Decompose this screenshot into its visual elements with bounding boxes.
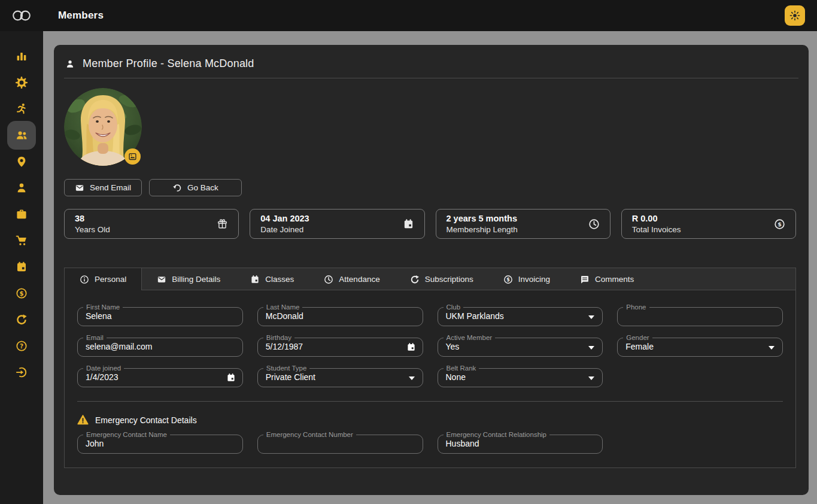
sidebar [0,31,43,504]
sidebar-item-signout[interactable] [7,359,36,385]
sidebar-item-profile[interactable] [7,175,36,201]
stat-value: 04 Jan 2023 [260,213,309,224]
gender-select[interactable]: Gender Female [617,338,783,357]
info-icon [80,275,89,284]
sidebar-item-business[interactable] [7,201,36,227]
sidebar-item-members[interactable] [7,121,36,150]
topbar: Members [0,0,817,31]
stat-membership-length: 2 years 5 months Membership Length [436,209,611,239]
page-title: Member Profile - Selena McDonald [83,57,254,70]
app-logo[interactable] [0,8,43,23]
emergency-form: Emergency Contact Name John Emergency Co… [65,426,795,467]
calendar-icon [16,261,28,273]
first-name-field[interactable]: First Name Selena [77,307,243,326]
send-email-button[interactable]: Send Email [64,179,142,196]
sign-out-icon [16,366,28,378]
undo-icon [172,183,182,193]
tab-comments[interactable]: Comments [565,268,649,290]
tab-personal[interactable]: Personal [65,268,142,290]
sidebar-item-calendar[interactable] [7,254,36,280]
warning-icon [77,414,89,426]
emergency-contact-relationship-field[interactable]: Emergency Contact Relationship Husband [438,435,603,454]
calendar-icon [250,275,260,284]
sidebar-item-help[interactable] [7,333,36,359]
field-label: Date joined [83,364,124,373]
tab-invoicing[interactable]: Invoicing [488,268,565,290]
stat-date-joined: 04 Jan 2023 Date Joined [250,209,424,239]
help-icon [16,340,28,352]
currency-icon [16,287,28,299]
runner-icon [16,103,28,115]
field-label: First Name [83,303,123,312]
date-joined-field[interactable]: Date joined 1/4/2023 [77,368,243,387]
stat-label: Years Old [75,224,110,235]
emergency-heading-label: Emergency Contact Details [95,415,197,425]
change-photo-button[interactable] [124,148,141,165]
sidebar-item-activities[interactable] [7,96,36,122]
tab-classes[interactable]: Classes [235,268,309,290]
stat-label: Date Joined [260,224,309,235]
members-group-icon [16,129,28,141]
currency-icon [503,275,513,284]
theme-toggle-button[interactable] [785,5,805,26]
student-type-select[interactable]: Student Type Private Client [257,368,423,387]
tab-label: Comments [595,275,634,284]
birthday-date-field[interactable]: Birthday 5/12/1987 [257,338,423,357]
emergency-contact-number-field[interactable]: Emergency Contact Number [257,435,423,454]
briefcase-icon [16,208,28,220]
stat-value: 2 years 5 months [447,213,518,224]
envelope-icon [157,275,166,284]
clock-icon [324,275,333,284]
stat-age: 38 Years Old [64,209,239,239]
infinity-logo-icon [11,8,32,23]
active-member-select[interactable]: Active Member Yes [438,338,603,357]
card-header: Member Profile - Selena McDonald [64,45,798,78]
tab-label: Subscriptions [425,275,473,284]
sun-icon [789,10,800,21]
email-field[interactable]: Email selena@mail.com [77,338,243,357]
avatar [64,88,142,166]
field-label: Emergency Contact Name [83,430,170,439]
calendar-icon[interactable] [406,342,416,352]
tab-billing-details[interactable]: Billing Details [142,268,235,290]
field-label: Phone [623,303,649,312]
emergency-contact-name-field[interactable]: Emergency Contact Name John [77,435,243,454]
field-label: Last Name [263,303,303,312]
gear-icon [16,77,28,89]
image-icon [128,152,137,161]
stat-value: 38 [75,213,110,224]
phone-field[interactable]: Phone [617,307,783,326]
sidebar-item-dashboard[interactable] [7,43,36,69]
person-icon [16,182,28,194]
field-label: Birthday [263,333,294,342]
sidebar-item-billing[interactable] [7,280,36,306]
envelope-icon [75,183,84,193]
field-label: Emergency Contact Number [263,430,356,439]
page-heading: Members [58,10,104,22]
tab-subscriptions[interactable]: Subscriptions [395,268,488,290]
member-profile-card: Member Profile - Selena McDonald [54,45,809,495]
sidebar-item-shop[interactable] [7,227,36,254]
field-label: Gender [623,333,652,342]
person-icon [65,59,75,69]
sidebar-item-settings[interactable] [7,69,36,96]
tab-label: Classes [265,275,294,284]
belt-rank-select[interactable]: Belt Rank None [438,368,603,387]
sidebar-item-locations[interactable] [7,148,36,175]
tab-label: Billing Details [172,275,220,284]
calendar-icon[interactable] [226,373,236,382]
tab-label: Invoicing [518,275,550,284]
field-label: Active Member [444,333,496,342]
field-label: Email [83,333,107,342]
action-buttons: Send Email Go Back [64,179,809,196]
location-pin-icon [16,156,28,168]
club-select[interactable]: Club UKM Parklands [438,307,603,326]
last-name-field[interactable]: Last Name McDonald [257,307,423,326]
go-back-button[interactable]: Go Back [149,179,242,196]
comment-icon [580,275,590,284]
sidebar-item-subscriptions[interactable] [7,306,36,333]
tab-bar: Personal Billing Details Classes Attenda… [65,268,795,290]
tab-attendance[interactable]: Attendance [309,268,394,290]
stat-label: Membership Length [447,224,518,235]
personal-form: First Name Selena Last Name McDonald Clu… [65,290,795,387]
